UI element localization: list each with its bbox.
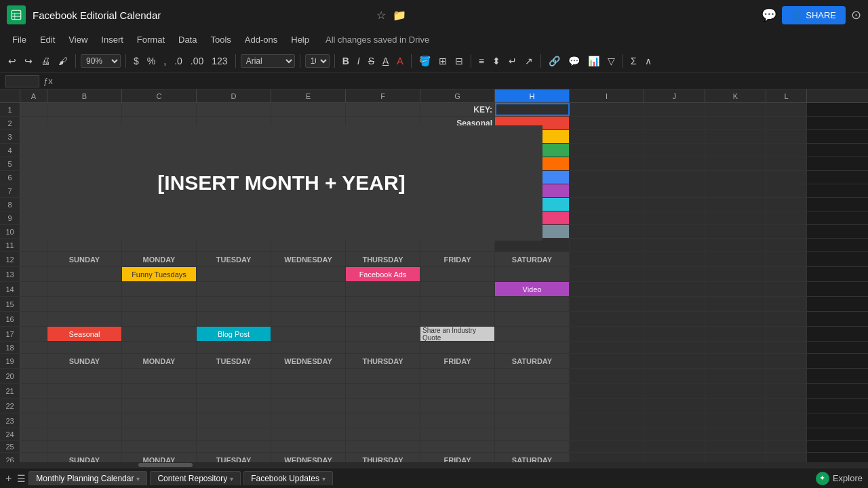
cell-l13[interactable] xyxy=(766,267,807,281)
cell-k8[interactable] xyxy=(705,198,766,211)
cell-c25[interactable] xyxy=(122,441,197,452)
add-sheet-button[interactable]: + xyxy=(5,472,12,485)
col-header-c[interactable]: C xyxy=(122,89,197,102)
share-button[interactable]: 👤 SHARE xyxy=(782,6,846,24)
event-funny-tuesdays-1[interactable]: Funny Tuesdays xyxy=(122,267,197,281)
cell-l7[interactable] xyxy=(766,184,807,197)
cell-h25[interactable] xyxy=(495,441,570,452)
cell-d15[interactable] xyxy=(197,297,271,311)
cell-k23[interactable] xyxy=(705,413,766,428)
cell-j23[interactable] xyxy=(644,413,705,428)
col-header-g[interactable]: G xyxy=(420,89,495,102)
sheet-tab-fb-updates[interactable]: Facebook Updates ▾ xyxy=(243,471,333,485)
cell-f21[interactable] xyxy=(346,384,420,398)
cell-l19[interactable] xyxy=(766,354,807,368)
cell-i6[interactable] xyxy=(570,171,644,184)
cell-h16[interactable] xyxy=(495,312,570,326)
cell-b14[interactable] xyxy=(47,282,122,296)
cell-j13[interactable] xyxy=(644,267,705,281)
cell-g19[interactable]: FRIDAY xyxy=(420,354,495,368)
cell-g14[interactable] xyxy=(420,282,495,296)
cell-h12[interactable]: SATURDAY xyxy=(495,252,570,266)
link-button[interactable]: 🔗 xyxy=(546,54,563,68)
cell-d13[interactable] xyxy=(197,267,271,281)
cell-d23[interactable] xyxy=(197,413,271,428)
cell-e23[interactable] xyxy=(271,413,346,428)
cell-c23[interactable] xyxy=(122,413,197,428)
cell-g18[interactable] xyxy=(420,342,495,353)
cell-l12[interactable] xyxy=(766,252,807,266)
cell-f22[interactable] xyxy=(346,399,420,413)
cell-h20[interactable] xyxy=(495,369,570,383)
cell-f12[interactable]: THURSDAY xyxy=(346,252,420,266)
chart-button[interactable]: 📊 xyxy=(585,54,602,68)
event-blogpost-1[interactable]: Blog Post xyxy=(197,327,271,341)
cell-f18[interactable] xyxy=(346,342,420,353)
col-header-d[interactable]: D xyxy=(197,89,271,102)
cell-d12[interactable]: TUESDAY xyxy=(197,252,271,266)
explore-button[interactable]: ✦ Explore xyxy=(816,472,863,485)
cell-a21[interactable] xyxy=(20,384,47,398)
cell-c17[interactable] xyxy=(122,327,197,341)
cell-h22[interactable] xyxy=(495,399,570,413)
cell-g20[interactable] xyxy=(420,369,495,383)
borders-button[interactable]: ⊞ xyxy=(436,54,450,68)
cell-i8[interactable] xyxy=(570,198,644,211)
cell-i25[interactable] xyxy=(570,441,644,452)
cell-j15[interactable] xyxy=(644,297,705,311)
cell-c15[interactable] xyxy=(122,297,197,311)
cell-b15[interactable] xyxy=(47,297,122,311)
cell-k24[interactable] xyxy=(705,428,766,440)
cell-a22[interactable] xyxy=(20,399,47,413)
cell-a12[interactable] xyxy=(20,252,47,266)
cell-reference[interactable] xyxy=(5,75,39,87)
cell-b20[interactable] xyxy=(47,369,122,383)
cell-k7[interactable] xyxy=(705,184,766,197)
cell-g13[interactable] xyxy=(420,267,495,281)
cell-d21[interactable] xyxy=(197,384,271,398)
cell-c22[interactable] xyxy=(122,399,197,413)
cell-h19[interactable]: SATURDAY xyxy=(495,354,570,368)
cell-i11[interactable] xyxy=(570,239,644,251)
account-icon[interactable]: ⊙ xyxy=(851,7,861,22)
menu-format[interactable]: Format xyxy=(132,33,170,46)
cell-c24[interactable] xyxy=(122,428,197,440)
cell-a15[interactable] xyxy=(20,297,47,311)
filter-button[interactable]: ▽ xyxy=(605,54,618,68)
cell-e24[interactable] xyxy=(271,428,346,440)
undo-button[interactable]: ↩ xyxy=(5,54,19,68)
horizontal-scrollbar[interactable] xyxy=(0,462,868,468)
cell-f14[interactable] xyxy=(346,282,420,296)
cell-k10[interactable] xyxy=(705,225,766,238)
col-header-h[interactable]: H xyxy=(495,89,570,102)
valign-button[interactable]: ⬍ xyxy=(490,54,503,68)
cell-i1[interactable] xyxy=(570,103,644,116)
cell-j11[interactable] xyxy=(644,239,705,251)
cell-i21[interactable] xyxy=(570,384,644,398)
cell-d19[interactable]: TUESDAY xyxy=(197,354,271,368)
scroll-thumb[interactable] xyxy=(138,463,193,467)
cell-f24[interactable] xyxy=(346,428,420,440)
cell-i12[interactable] xyxy=(570,252,644,266)
cell-h15[interactable] xyxy=(495,297,570,311)
cell-l10[interactable] xyxy=(766,225,807,238)
cell-g23[interactable] xyxy=(420,413,495,428)
cell-e19[interactable]: WEDNESDAY xyxy=(271,354,346,368)
cell-k12[interactable] xyxy=(705,252,766,266)
cell-c20[interactable] xyxy=(122,369,197,383)
comment-button[interactable]: 💬 xyxy=(566,54,583,68)
cell-d1[interactable] xyxy=(197,103,271,116)
cell-j24[interactable] xyxy=(644,428,705,440)
cell-l24[interactable] xyxy=(766,428,807,440)
cell-k17[interactable] xyxy=(705,327,766,341)
cell-j19[interactable] xyxy=(644,354,705,368)
cell-f19[interactable]: THURSDAY xyxy=(346,354,420,368)
cell-k3[interactable] xyxy=(705,130,766,143)
functions-button[interactable]: Σ xyxy=(628,54,639,68)
cell-i14[interactable] xyxy=(570,282,644,296)
cell-k14[interactable] xyxy=(705,282,766,296)
cell-f16[interactable] xyxy=(346,312,420,326)
col-header-e[interactable]: E xyxy=(271,89,346,102)
col-header-j[interactable]: J xyxy=(644,89,705,102)
cell-f20[interactable] xyxy=(346,369,420,383)
